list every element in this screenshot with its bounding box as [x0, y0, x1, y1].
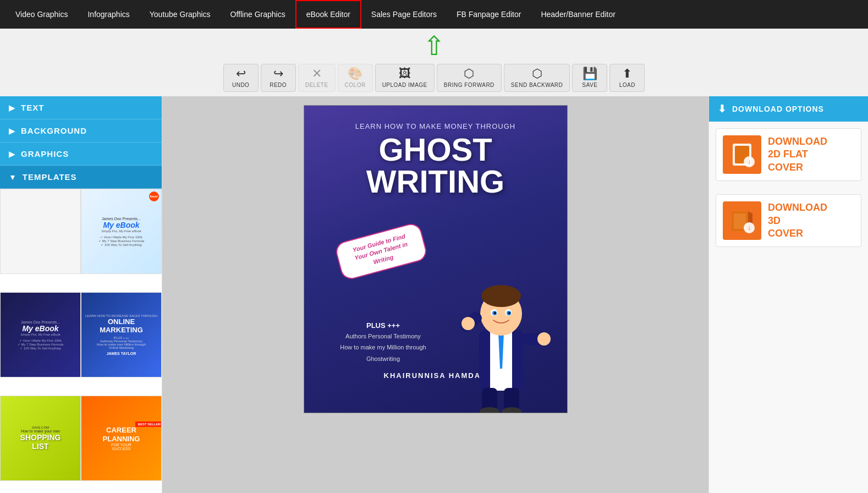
undo-button[interactable]: ↩ UNDO: [223, 64, 259, 92]
nav-youtube-graphics[interactable]: Youtube Graphics: [140, 0, 221, 29]
graphics-section-label: GRAPHICS: [21, 149, 69, 158]
load-label: LOAD: [619, 82, 635, 88]
svg-point-14: [537, 332, 551, 346]
nav-header-banner[interactable]: Header/Banner Editor: [531, 0, 625, 29]
svg-point-4: [481, 285, 521, 307]
background-section-label: BACKGROUND: [21, 126, 87, 135]
send-backward-label: Send Backward: [511, 82, 563, 88]
sidebar-text-btn[interactable]: ▶ TEXT: [0, 96, 162, 119]
undo-icon: ↩: [236, 68, 246, 80]
send-backward-icon: ⬡: [532, 68, 542, 80]
templates-arrow-icon: ▼: [9, 173, 17, 182]
download-3d-card[interactable]: ↓ DOWNLOAD 3D COVER: [716, 194, 861, 247]
download-3d-icon: ↓: [723, 201, 761, 240]
nav-bar: Video Graphics Infographics Youtube Grap…: [0, 0, 868, 29]
main-layout: ▶ TEXT ▶ BACKGROUND ▶ GRAPHICS ▼ TEMPLAT…: [0, 96, 868, 493]
delete-button[interactable]: ✕ Delete: [298, 64, 336, 92]
templates-section-label: TEMPLATES: [23, 172, 77, 182]
sidebar-background-btn[interactable]: ▶ BACKGROUND: [0, 119, 162, 143]
download-header-label: DOWNLOAD OPTIONS: [732, 105, 824, 113]
gw-plus-text: PLUS +++: [321, 321, 446, 330]
character-illustration: [446, 248, 556, 413]
bubble-text: Your Guide to Find Your Own Talent in Wr…: [351, 233, 408, 265]
nav-fb-fanpage[interactable]: FB Fanpage Editor: [447, 0, 531, 29]
left-sidebar: ▶ TEXT ▶ BACKGROUND ▶ GRAPHICS ▼ TEMPLAT…: [0, 96, 162, 493]
svg-point-13: [462, 317, 475, 330]
undo-label: UNDO: [232, 82, 249, 88]
delete-icon: ✕: [312, 68, 322, 80]
toolbar: ↩ UNDO ↪ REDO ✕ Delete 🎨 Color 🖼 Upload …: [0, 62, 868, 96]
canvas-area: LEARN HOW TO MAKE MONEY THROUGH GHOST WR…: [162, 96, 708, 493]
download-2d-card[interactable]: ↓ DOWNLOAD 2D FLAT COVER: [716, 128, 861, 181]
text-arrow-icon: ▶: [9, 103, 15, 112]
load-button[interactable]: ⬆ LOAD: [609, 64, 645, 92]
redo-label: REDO: [270, 82, 287, 88]
template-myebook1[interactable]: James Doo Presents... My eBook Simply Pu…: [81, 189, 162, 274]
sidebar-templates-btn[interactable]: ▼ TEMPLATES: [0, 166, 162, 189]
template-grid: James Doo Presents... My eBook Simply Pu…: [0, 189, 162, 493]
template-blank[interactable]: [0, 189, 81, 274]
new-badge: New!: [149, 191, 159, 201]
svg-point-10: [508, 312, 510, 314]
delete-label: Delete: [305, 82, 328, 88]
template-myebook2[interactable]: James Doo Presents... My eBook Simply Pu…: [0, 292, 81, 377]
gw-desc-line3: Ghostwriting: [321, 354, 446, 364]
color-icon: 🎨: [348, 68, 362, 80]
graphics-arrow-icon: ▶: [9, 150, 15, 158]
svg-point-9: [494, 312, 496, 314]
ebook-canvas[interactable]: LEARN HOW TO MAKE MONEY THROUGH GHOST WR…: [304, 105, 568, 413]
color-button[interactable]: 🎨 Color: [338, 64, 373, 92]
redo-icon: ↪: [273, 68, 283, 80]
nav-ebook-editor[interactable]: eBook Editor: [295, 0, 361, 29]
gw-title-writing: WRITING: [366, 166, 504, 198]
save-label: SAVE: [582, 82, 597, 88]
background-arrow-icon: ▶: [9, 127, 15, 135]
download-2d-title: DOWNLOAD 2D FLAT COVER: [768, 135, 827, 174]
gw-desc-line2: How to make my Million through: [321, 343, 446, 352]
redo-button[interactable]: ↪ REDO: [261, 64, 296, 92]
bring-forward-button[interactable]: ⬡ Bring Forward: [437, 64, 502, 92]
template-online-marketing[interactable]: LEARN HOW TO INCREASE SALES THROUGH ONLI…: [81, 292, 162, 377]
nav-infographics[interactable]: Infographics: [78, 0, 139, 29]
nav-offline-graphics[interactable]: Offline Graphics: [221, 0, 295, 29]
nav-video-graphics[interactable]: Video Graphics: [6, 0, 78, 29]
gw-subtitle: LEARN HOW TO MAKE MONEY THROUGH: [355, 122, 516, 130]
gw-cover: LEARN HOW TO MAKE MONEY THROUGH GHOST WR…: [304, 106, 567, 413]
save-icon: 💾: [583, 68, 597, 80]
download-header: ⬇ DOWNLOAD OPTIONS: [709, 96, 868, 122]
svg-text:↓: ↓: [748, 224, 751, 232]
download-2d-label: DOWNLOAD 2D FLAT COVER: [768, 135, 827, 174]
download-icon: ⬇: [718, 103, 727, 115]
save-button[interactable]: 💾 SAVE: [572, 64, 607, 92]
upload-image-button[interactable]: 🖼 Upload Image: [375, 64, 435, 92]
gw-speech-bubble: Your Guide to Find Your Own Talent in Wr…: [333, 221, 428, 281]
upload-label: Upload Image: [382, 82, 427, 88]
gw-desc-line1: Authors Personal Testimony: [321, 332, 446, 341]
bring-forward-label: Bring Forward: [444, 82, 495, 88]
bring-forward-icon: ⬡: [464, 68, 474, 80]
color-label: Color: [345, 82, 366, 88]
download-2d-icon: ↓: [723, 135, 761, 174]
text-section-label: TEXT: [21, 103, 44, 112]
template-shopping-list[interactable]: SAVE.COM How to make your own SHOPPINGLI…: [0, 396, 81, 481]
gw-title-ghost: GHOST: [378, 134, 492, 166]
send-backward-button[interactable]: ⬡ Send Backward: [504, 64, 570, 92]
download-3d-label: DOWNLOAD 3D COVER: [768, 201, 827, 240]
right-sidebar: ⬇ DOWNLOAD OPTIONS ↓ DOWNLOAD 2D FLAT CO…: [708, 96, 868, 493]
download-3d-title: DOWNLOAD 3D COVER: [768, 201, 827, 240]
nav-sales-page[interactable]: Sales Page Editors: [361, 0, 447, 29]
up-arrow-icon: ⇧: [423, 33, 445, 59]
load-icon: ⬆: [622, 68, 632, 80]
template-career-planning[interactable]: BEST SELLER CAREERPLANNING FOR YOURSUCCE…: [81, 396, 162, 481]
upload-image-icon: 🖼: [399, 68, 411, 80]
arrow-indicator: ⇧: [0, 29, 868, 62]
svg-text:↓: ↓: [748, 158, 751, 166]
sidebar-graphics-btn[interactable]: ▶ GRAPHICS: [0, 143, 162, 166]
